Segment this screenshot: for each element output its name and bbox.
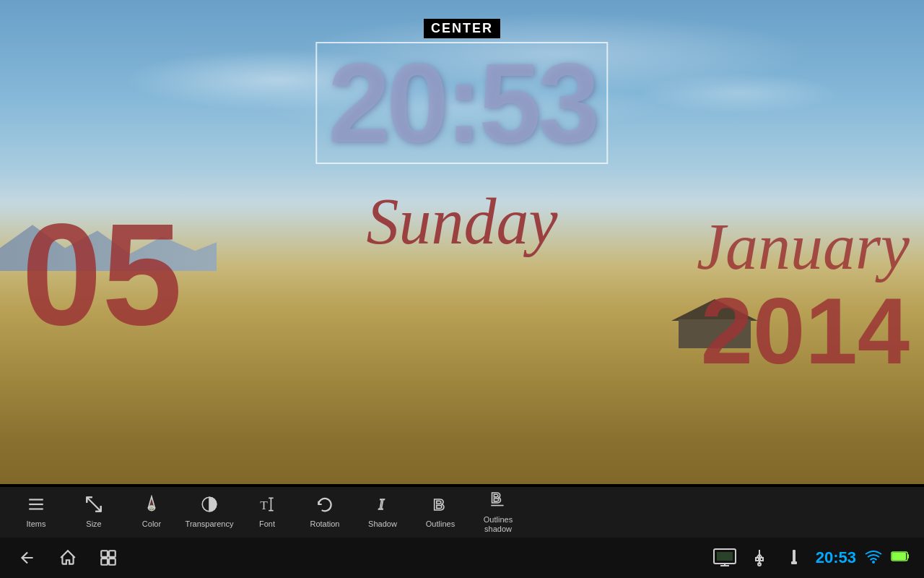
svg-text:I: I [378, 496, 385, 513]
outlines-icon: B [431, 495, 450, 517]
shadow-icon: I [373, 495, 392, 517]
svg-rect-15 [101, 558, 108, 565]
home-button[interactable] [55, 545, 81, 571]
screenshot-button[interactable] [712, 545, 738, 571]
month-label: January [697, 210, 910, 284]
month-year-container: January 2014 [697, 210, 910, 378]
status-right: 20:53 [712, 545, 910, 571]
color-icon [142, 495, 161, 517]
items-label: Items [27, 519, 46, 529]
size-icon [84, 495, 103, 517]
toolbar-font-button[interactable]: T Font [238, 487, 296, 538]
svg-text:B: B [433, 496, 445, 514]
svg-rect-27 [793, 550, 796, 563]
outlines-label: Outlines [426, 519, 455, 529]
svg-rect-31 [907, 554, 909, 558]
transparency-label: Transparency [186, 519, 234, 529]
svg-text:T: T [260, 499, 268, 512]
usb-plug-icon [781, 545, 807, 571]
size-label: Size [86, 519, 101, 529]
svg-rect-16 [109, 558, 116, 565]
svg-rect-20 [717, 552, 733, 561]
battery-icon [891, 550, 910, 566]
toolbar-outlines-button[interactable]: B Outlines [411, 487, 469, 538]
day-label: Sunday [367, 184, 558, 259]
nav-buttons [14, 545, 121, 571]
color-label: Color [142, 519, 161, 529]
status-bar: 20:53 [0, 538, 924, 578]
toolbar-items-button[interactable]: Items [7, 487, 65, 538]
clock-widget[interactable]: 20:53 [315, 42, 608, 164]
shadow-label: Shadow [368, 519, 397, 529]
transparency-icon [200, 495, 219, 517]
toolbar-size-button[interactable]: Size [65, 487, 123, 538]
toolbar-transparency-button[interactable]: Transparency [180, 487, 238, 538]
font-label: Font [259, 519, 275, 529]
recents-button[interactable] [95, 545, 121, 571]
svg-text:B: B [491, 491, 501, 506]
svg-rect-14 [109, 551, 116, 557]
status-time: 20:53 [816, 548, 856, 567]
toolbar: Items Size Color [0, 487, 924, 538]
rotation-label: Rotation [310, 519, 340, 529]
center-label[interactable]: CENTER [424, 19, 500, 38]
day-number: 05 [22, 202, 182, 347]
outlines-shadow-label: Outlines shadow [471, 515, 526, 534]
rotation-icon [315, 495, 334, 517]
svg-point-29 [872, 561, 875, 564]
svg-rect-28 [791, 561, 797, 564]
toolbar-rotation-button[interactable]: Rotation [296, 487, 354, 538]
svg-rect-32 [892, 553, 906, 560]
items-icon [27, 495, 45, 517]
wifi-icon [865, 549, 882, 567]
usb-icon [746, 545, 772, 571]
svg-rect-13 [101, 551, 108, 557]
year-label: 2014 [697, 284, 910, 378]
outlines-shadow-icon: B [489, 491, 507, 512]
svg-rect-26 [760, 558, 763, 561]
toolbar-color-button[interactable]: Color [123, 487, 180, 538]
clock-time: 20:53 [328, 47, 596, 159]
back-button[interactable] [14, 545, 40, 571]
toolbar-shadow-button[interactable]: I Shadow [354, 487, 411, 538]
toolbar-outlines-shadow-button[interactable]: B Outlines shadow [469, 487, 527, 538]
font-icon: T [258, 495, 276, 517]
svg-rect-25 [756, 558, 759, 561]
